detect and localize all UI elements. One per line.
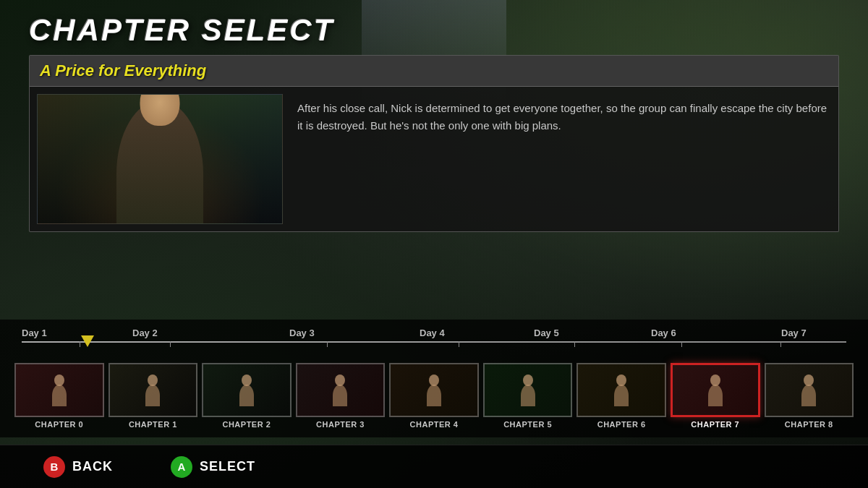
chapter-thumb-0 xyxy=(14,363,104,417)
chapter-label-2: CHAPTER 2 xyxy=(222,420,271,429)
chapter-label-3: CHAPTER 3 xyxy=(316,420,365,429)
main-content: CHAPTER SELECT A Price for Everything Af… xyxy=(0,0,868,488)
b-button-icon: B xyxy=(43,456,65,478)
chapter-thumb-7 xyxy=(671,363,760,417)
chapter-label-0: CHAPTER 0 xyxy=(35,420,83,429)
day-label-5: Day 5 xyxy=(534,328,559,338)
chapter-label-6: CHAPTER 6 xyxy=(597,420,646,429)
chapter-description: After his close call, Nick is determined… xyxy=(294,94,831,224)
chapter-thumb-1 xyxy=(109,363,198,417)
day-label-3: Day 3 xyxy=(289,328,315,338)
chapter-name-bar: A Price for Everything xyxy=(30,56,838,87)
select-control[interactable]: A SELECT xyxy=(171,456,255,478)
select-label: SELECT xyxy=(200,459,255,474)
chapter-label-5: CHAPTER 5 xyxy=(503,420,552,429)
chapter-item-1[interactable]: CHAPTER 1 xyxy=(109,363,198,429)
chapter-item-7[interactable]: CHAPTER 7 xyxy=(671,363,760,429)
day-label-6: Day 6 xyxy=(651,328,676,338)
header: CHAPTER SELECT xyxy=(0,0,868,55)
chapter-item-8[interactable]: CHAPTER 8 xyxy=(765,363,854,429)
chapter-label-1: CHAPTER 1 xyxy=(129,420,177,429)
chapter-thumb-8 xyxy=(765,363,854,417)
page-title: CHAPTER SELECT xyxy=(29,13,839,48)
day-label-7: Day 7 xyxy=(781,328,807,338)
timeline-line xyxy=(22,341,846,343)
selected-chapter-name: A Price for Everything xyxy=(40,61,206,80)
day-labels: Day 1 Day 2 Day 3 Day 4 Day 5 Day 6 Day … xyxy=(0,320,868,341)
chapters-row: CHAPTER 0 CHAPTER 1 CHAPTER 2 CHAPTER 3 xyxy=(0,343,868,437)
chapter-label-7: CHAPTER 7 xyxy=(691,420,739,429)
day-label-2: Day 2 xyxy=(132,328,158,338)
chapter-item-2[interactable]: CHAPTER 2 xyxy=(202,363,292,429)
chapter-item-5[interactable]: CHAPTER 5 xyxy=(483,363,573,429)
timeline-arrow xyxy=(81,335,94,347)
back-label: BACK xyxy=(72,459,113,474)
chapter-item-6[interactable]: CHAPTER 6 xyxy=(576,363,666,429)
back-control[interactable]: B BACK xyxy=(43,456,113,478)
timeline-section: Day 1 Day 2 Day 3 Day 4 Day 5 Day 6 Day … xyxy=(0,320,868,437)
chapter-thumb-5 xyxy=(483,363,573,417)
chapter-item-4[interactable]: CHAPTER 4 xyxy=(389,363,479,429)
chapter-thumb-4 xyxy=(389,363,479,417)
bottom-bar: B BACK A SELECT xyxy=(0,445,868,488)
day-label-1: Day 1 xyxy=(22,328,47,338)
chapter-item-3[interactable]: CHAPTER 3 xyxy=(296,363,386,429)
chapter-item-0[interactable]: CHAPTER 0 xyxy=(14,363,104,429)
chapter-label-8: CHAPTER 8 xyxy=(785,420,833,429)
person-head xyxy=(140,94,180,126)
chapter-thumbnail xyxy=(37,94,283,224)
day-label-4: Day 4 xyxy=(420,328,445,338)
chapter-thumb-3 xyxy=(296,363,386,417)
chapter-thumb-2 xyxy=(202,363,292,417)
chapter-thumb-6 xyxy=(576,363,666,417)
chapter-content: After his close call, Nick is determined… xyxy=(30,87,838,231)
chapter-panel: A Price for Everything After his close c… xyxy=(29,55,839,232)
a-button-icon: A xyxy=(171,456,192,478)
person-figure xyxy=(116,100,203,223)
chapter-label-4: CHAPTER 4 xyxy=(410,420,459,429)
